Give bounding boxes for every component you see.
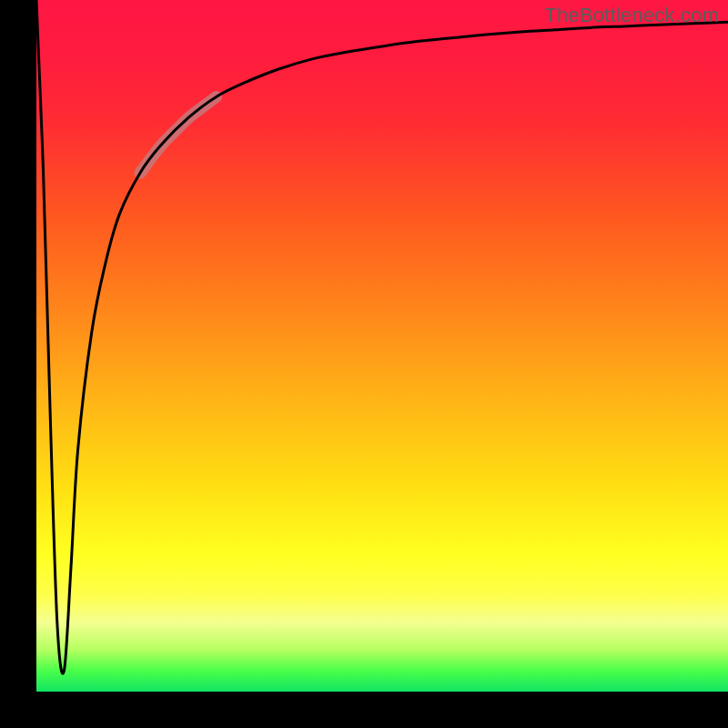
bottleneck-curve-line [36, 0, 728, 673]
curve-svg [36, 0, 728, 692]
chart-container: TheBottleneck.com [0, 0, 728, 728]
curve-highlight [140, 96, 217, 173]
plot-area [36, 0, 728, 692]
watermark-text: TheBottleneck.com [544, 4, 719, 27]
